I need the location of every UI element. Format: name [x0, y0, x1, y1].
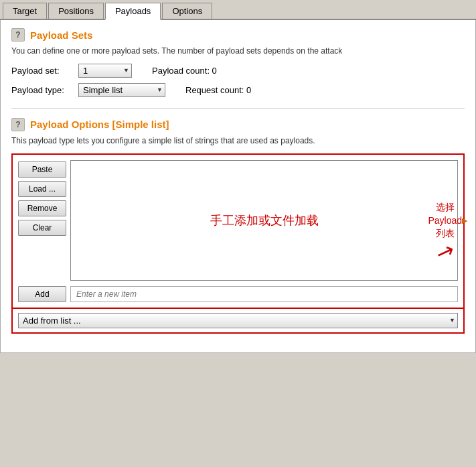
payload-sets-header: ? Payload Sets [11, 28, 465, 42]
payload-type-select-wrapper: Simple list [78, 83, 165, 97]
load-button[interactable]: Load ... [18, 181, 66, 197]
payload-list-display: 手工添加或文件加载 ► [70, 160, 458, 281]
payload-set-select-wrapper: 1 [78, 64, 132, 78]
payload-options-section: ? Payload Options [Simple list] This pay… [11, 118, 465, 334]
payload-type-row: Payload type: Simple list Request count:… [11, 83, 465, 97]
arrow-right-icon: ► [460, 215, 469, 226]
tab-bar: Target Positions Payloads Options [0, 0, 476, 20]
new-item-input[interactable] [70, 286, 458, 302]
add-from-list-select[interactable]: Add from list ... [18, 313, 458, 328]
main-content: ? Payload Sets You can define one or mor… [0, 20, 476, 353]
paste-button[interactable]: Paste [18, 161, 66, 178]
help-icon-sets[interactable]: ? [11, 28, 25, 42]
payload-sets-section: ? Payload Sets You can define one or mor… [11, 28, 465, 97]
payload-options-desc: This payload type lets you configure a s… [11, 135, 465, 147]
payload-set-label: Payload set: [11, 66, 78, 76]
payload-sets-desc: You can define one or more payload sets.… [11, 46, 465, 57]
payload-set-select[interactable]: 1 [78, 64, 132, 78]
add-from-list-row: Add from list ... [11, 309, 465, 334]
list-placeholder-text: 手工添加或文件加载 [210, 212, 319, 228]
payload-buttons: Paste Load ... Remove Clear [18, 160, 66, 281]
payload-count: Payload count: 0 [152, 66, 217, 76]
help-icon-options[interactable]: ? [11, 118, 25, 131]
add-button[interactable]: Add [18, 286, 66, 302]
payload-list-box: Paste Load ... Remove Clear 手工添加或文件加载 ► … [11, 153, 465, 309]
remove-button[interactable]: Remove [18, 200, 66, 216]
clear-button[interactable]: Clear [18, 220, 66, 236]
payload-sets-title: Payload Sets [30, 29, 92, 41]
request-count: Request count: 0 [185, 85, 251, 95]
payload-options-header: ? Payload Options [Simple list] [11, 118, 465, 131]
tab-positions[interactable]: Positions [48, 3, 104, 19]
payload-type-select[interactable]: Simple list [78, 83, 165, 97]
add-from-list-select-wrapper: Add from list ... [18, 313, 458, 328]
payload-set-row: Payload set: 1 Payload count: 0 [11, 64, 465, 78]
payload-type-label: Payload type: [11, 85, 78, 95]
tab-options[interactable]: Options [162, 3, 212, 19]
payload-list-area: Paste Load ... Remove Clear 手工添加或文件加载 ► [18, 160, 458, 281]
payload-options-title: Payload Options [Simple list] [30, 119, 169, 130]
section-divider [11, 108, 465, 109]
tab-payloads[interactable]: Payloads [105, 3, 161, 20]
add-item-row: Add [18, 286, 458, 302]
tab-target[interactable]: Target [3, 3, 47, 19]
